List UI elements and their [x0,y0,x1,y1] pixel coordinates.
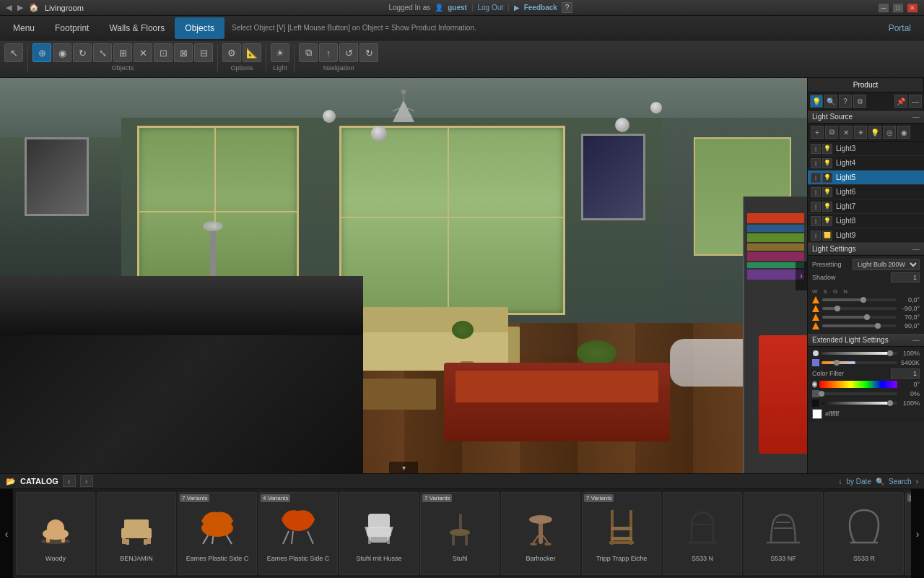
light9-toggle[interactable]: | [811,230,821,241]
light-row-light5[interactable]: | 💡 Light5 [808,171,924,185]
catalog-scroll-right[interactable]: › [911,489,924,578]
restore-btn[interactable]: □ [892,3,904,13]
sort-by-date[interactable]: by Date [847,478,871,486]
catalog-item-s533nf[interactable]: S533 NF [744,492,823,575]
obj-select-tool[interactable]: ⊕ [32,43,51,62]
slider-thumb-3[interactable] [875,323,881,329]
light-source-collapse[interactable]: — [912,113,920,121]
copy-light-btn[interactable]: ⧉ [825,126,838,139]
panel-icon-help[interactable]: ? [839,95,852,108]
light-source-header[interactable]: Light Source — [808,111,924,124]
slider-thumb-1[interactable] [834,306,840,311]
delete-light-btn[interactable]: ✕ [840,126,853,139]
portal-link[interactable]: Portal [879,19,921,38]
catalog-item-benjamin[interactable]: BENJAMIN [97,492,176,575]
nav-undo[interactable]: ↺ [339,43,358,62]
panel-icon-pin[interactable]: 📌 [894,95,907,108]
obj-snap-tool[interactable]: ⊠ [174,43,193,62]
light-row-light8[interactable]: | 💡 Light8 [808,214,924,228]
options-tool-2[interactable]: 📐 [243,43,261,62]
light7-icon[interactable]: 💡 [822,202,832,212]
slider-track-2[interactable] [822,316,897,319]
colortemp-slider[interactable] [821,361,897,364]
obj-rotate-tool[interactable]: ↻ [73,43,92,62]
obj-copy-tool[interactable]: ⊞ [113,43,132,62]
panel-tab-product[interactable]: Product [808,78,924,92]
cursor-tool[interactable]: ↖ [4,43,23,62]
light4-toggle[interactable]: | [811,158,821,168]
light-tool[interactable]: ☀ [271,43,289,62]
light8-icon[interactable]: 💡 [822,216,832,226]
catalog-item-stuhl-husse[interactable]: Stuhl mit Husse [339,492,419,575]
nav-redo[interactable]: ↻ [359,43,378,62]
light-row-light7[interactable]: | 💡 Light7 [808,199,924,214]
light7-toggle[interactable]: | [811,202,821,212]
catalog-item-tripp-trapp[interactable]: 7 Variants Tripp Trapp Eiche [582,492,661,575]
panel-icon-light[interactable]: 💡 [810,95,823,108]
obj-group-tool[interactable]: ⊡ [154,43,173,62]
options-tool-1[interactable]: ⚙ [222,43,241,62]
color-spectrum[interactable] [819,381,897,388]
opacity-slider[interactable] [821,402,897,405]
brightness-thumb[interactable] [887,350,893,356]
catalog-item-woody[interactable]: Woody [16,492,95,575]
light4-icon[interactable]: 💡 [822,158,832,168]
catalog-next-btn[interactable]: › [80,475,93,487]
nav-tool-1[interactable]: ⧉ [299,43,318,62]
catalog-item-eames-2[interactable]: 4 Variants Eames Plastic Side C [258,492,338,575]
light3-icon[interactable]: 💡 [822,144,832,154]
feedback-link[interactable]: Feedback [524,4,557,12]
menu-item-menu[interactable]: Menu [3,17,45,39]
saturation-thumb[interactable] [819,391,824,397]
catalog-item-eames-1[interactable]: 7 Variants Eames Plastic Side C [178,492,257,575]
obj-delete-tool[interactable]: ✕ [134,43,152,62]
light-type-2[interactable]: 💡 [868,126,881,139]
catalog-item-barhocker[interactable]: Barhocker [501,492,580,575]
obj-scale-tool[interactable]: ⤡ [93,43,112,62]
brightness-slider[interactable] [821,352,897,355]
saturation-slider[interactable] [821,392,897,395]
menu-item-walls-floors[interactable]: Walls & Floors [99,17,175,39]
right-arrow-btn[interactable]: › [916,478,918,486]
viewport-expand-btn[interactable]: ▾ [389,462,418,473]
slider-track-1[interactable] [822,307,897,310]
light-type-1[interactable]: ☀ [854,126,867,139]
viewport[interactable]: › ▾ [0,78,807,473]
panel-icon-search[interactable]: 🔍 [824,95,837,108]
slider-thumb-2[interactable] [864,314,870,320]
colortemp-thumb[interactable] [834,360,840,366]
light-row-light3[interactable]: | 💡 Light3 [808,142,924,156]
light-row-light4[interactable]: | 💡 Light4 [808,156,924,171]
help-icon[interactable]: ? [562,2,573,13]
menu-item-objects[interactable]: Objects [175,17,225,39]
forward-icon[interactable]: ▶ [17,3,23,12]
slider-track-0[interactable] [822,298,897,301]
opacity-thumb[interactable] [887,400,893,406]
panel-icon-collapse[interactable]: — [909,95,922,108]
light-settings-collapse[interactable]: — [912,245,920,253]
light5-toggle[interactable]: | [811,173,821,183]
search-btn[interactable]: Search [889,478,912,486]
catalog-scroll-left[interactable]: ‹ [0,489,13,578]
viewport-collapse-arrow[interactable]: › [796,262,807,290]
light6-toggle[interactable]: | [811,187,821,197]
minimize-btn[interactable]: ─ [878,3,889,13]
light-settings-header[interactable]: Light Settings — [808,243,924,256]
obj-move-tool[interactable]: ◉ [53,43,71,62]
light9-icon[interactable]: 🟨 [822,230,832,241]
light5-icon[interactable]: 💡 [822,173,832,183]
light-row-light6[interactable]: | 💡 Light6 [808,185,924,199]
logout-link[interactable]: Log Out [478,4,504,12]
obj-align-tool[interactable]: ⊟ [194,43,213,62]
presetting-dropdown[interactable]: Light Bulb 200W [853,259,920,270]
catalog-item-stuhl[interactable]: 7 Variants Stuhl [420,492,500,575]
extended-settings-header[interactable]: Extended Light Settings — [808,334,924,347]
slider-thumb-0[interactable] [860,297,866,303]
menu-item-footprint[interactable]: Footprint [45,17,99,39]
extended-collapse[interactable]: — [912,336,920,344]
light-type-3[interactable]: ◎ [883,126,896,139]
add-light-btn[interactable]: + [811,126,824,139]
light8-toggle[interactable]: | [811,216,821,226]
panel-icon-settings[interactable]: ⚙ [853,95,866,108]
light-row-light9[interactable]: | 🟨 Light9 [808,228,924,243]
